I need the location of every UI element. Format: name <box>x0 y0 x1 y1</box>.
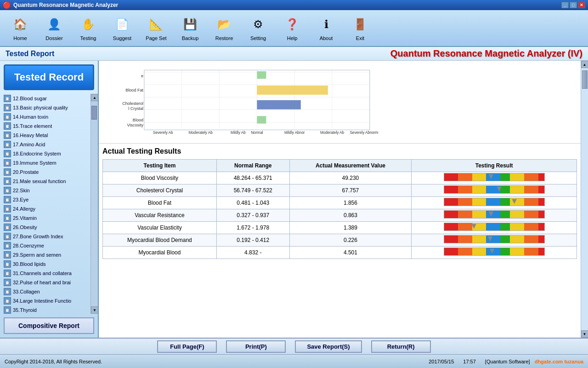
result-normal-range: 0.327 - 0.937 <box>216 209 289 222</box>
sidebar-item-icon: 📋 <box>4 159 11 167</box>
sidebar-item[interactable]: 📋31.Channels and collatera <box>2 269 89 278</box>
bar-segment <box>538 236 544 243</box>
sidebar-item[interactable]: 📋27.Bone Growth Index <box>2 232 89 241</box>
page-set-label: Page Set <box>146 35 166 41</box>
sidebar-item[interactable]: 📋22.Skin <box>2 186 89 195</box>
minimize-button[interactable]: _ <box>561 2 569 8</box>
sidebar-item[interactable]: 📋25.Vitamin <box>2 213 89 223</box>
sidebar-item[interactable]: 📋21.Male sexual function <box>2 177 89 186</box>
col-testing-item: Testing Item <box>103 160 217 172</box>
sidebar-item[interactable]: 📋13.Basic physical quality <box>2 103 89 112</box>
bar-segment <box>458 186 472 193</box>
sidebar-item-label: 15.Trace element <box>13 123 52 129</box>
bar-indicator: ▼ <box>486 234 494 242</box>
bar-segment <box>510 173 524 181</box>
bar-indicator: ▼ <box>495 184 503 193</box>
sidebar-item[interactable]: 📋32.Pulse of heart and brai <box>2 278 89 287</box>
full-page-button[interactable]: Full Page(F) <box>157 340 217 353</box>
sidebar-item-icon: 📋 <box>4 196 11 203</box>
save-report-button[interactable]: Save Report(S) <box>295 340 362 353</box>
svg-text:Cholesterol: Cholesterol <box>122 101 143 106</box>
sidebar-item[interactable]: 📋20.Prostate <box>2 167 89 177</box>
content-scroll-thumb[interactable] <box>582 70 588 89</box>
content-scroll-up-button[interactable]: ▲ <box>581 61 588 68</box>
results-table: Testing Item Normal Range Actual Measure… <box>102 159 577 259</box>
result-testing-item: Myocardial Blood <box>103 247 217 259</box>
bar-segment <box>500 248 510 255</box>
sidebar-item[interactable]: 📋35.Thyroid <box>2 305 89 314</box>
sidebar-item-label: 12.Blood sugar <box>13 96 47 101</box>
watermark: dhgate.com tuzanua <box>535 359 583 364</box>
result-testing-result: ▼ <box>412 172 577 184</box>
toolbar-backup-button[interactable]: 💾Backup <box>174 12 207 44</box>
return-button[interactable]: Return(R) <box>371 340 431 353</box>
sidebar-item[interactable]: 📋15.Trace element <box>2 121 89 131</box>
toolbar-testing-button[interactable]: ✋Testing <box>72 12 105 44</box>
svg-text:Moderately Ab: Moderately Ab <box>320 131 345 135</box>
toolbar-setting-button[interactable]: ⚙Setting <box>242 12 275 44</box>
bar-segment <box>458 236 472 243</box>
restore-label: Restore <box>215 35 233 41</box>
close-button[interactable]: ✕ <box>578 2 585 8</box>
sidebar-scrollbar[interactable]: ▲ ▼ <box>90 94 98 314</box>
bar-segment <box>444 186 458 193</box>
sidebar-item[interactable]: 📋28.Coenzyme <box>2 241 89 250</box>
content-scroll-down-button[interactable]: ▼ <box>581 330 588 338</box>
result-normal-range: 1.672 - 1.978 <box>216 222 289 234</box>
toolbar-about-button[interactable]: ℹAbout <box>310 12 343 44</box>
status-bar: CopyRight 2014-2018, All Rights Reserved… <box>0 354 588 368</box>
toolbar-page-set-button[interactable]: 📐Page Set <box>140 12 173 44</box>
sidebar-item-label: 34.Large Intestine Functio <box>13 298 71 304</box>
compositive-report-button[interactable]: Compositive Report <box>4 317 94 334</box>
page-header: Tested Report Quantum Resonance Magnetic… <box>0 47 588 61</box>
sidebar-item[interactable]: 📋24.Allergy <box>2 204 89 213</box>
print-button[interactable]: Print(P) <box>226 340 286 353</box>
result-normal-range: 0.192 - 0.412 <box>216 234 289 247</box>
sidebar-item[interactable]: 📋34.Large Intestine Functio <box>2 296 89 305</box>
toolbar-suggest-button[interactable]: 📄Suggest <box>106 12 139 44</box>
scroll-up-button[interactable]: ▲ <box>91 94 98 101</box>
sidebar-item[interactable]: 📋14.Human toxin <box>2 112 89 121</box>
sidebar-item[interactable]: 📋16.Heavy Metal <box>2 131 89 140</box>
toolbar-dossier-button[interactable]: 👤Dossier <box>38 12 71 44</box>
bar-segments <box>444 198 545 206</box>
results-tbody: Blood Viscosity48.264 - 65.37149.230▼Cho… <box>103 172 577 259</box>
results-title: Actual Testing Results <box>102 147 577 155</box>
maximize-button[interactable]: □ <box>570 2 577 8</box>
result-measurement-value: 0.863 <box>289 209 412 222</box>
svg-text:Moderately Ab: Moderately Ab <box>189 131 213 135</box>
toolbar-exit-button[interactable]: 🚪Exit <box>344 12 377 44</box>
setting-icon: ⚙ <box>249 15 267 34</box>
sidebar-item[interactable]: 📋18.Endocrine System <box>2 149 89 158</box>
sidebar-item[interactable]: 📋29.Sperm and semen <box>2 250 89 259</box>
sidebar-item[interactable]: 📋12.Blood sugar <box>2 94 89 103</box>
sidebar-item-icon: 📋 <box>4 104 11 111</box>
sidebar-item-icon: 📋 <box>4 132 11 139</box>
bar-indicator: ▼ <box>510 197 519 205</box>
sidebar-item-icon: 📋 <box>4 205 11 213</box>
toolbar-restore-button[interactable]: 📂Restore <box>208 12 241 44</box>
scroll-down-button[interactable]: ▼ <box>91 306 98 314</box>
content-scrollbar[interactable]: ▲ ▼ <box>581 61 588 338</box>
bar-segment <box>444 248 458 255</box>
sidebar-item[interactable]: 📋19.Immune System <box>2 158 89 167</box>
scroll-thumb[interactable] <box>91 106 97 120</box>
sidebar-item[interactable]: 📋30.Blood lipids <box>2 259 89 269</box>
result-measurement-value: 1.389 <box>289 222 412 234</box>
svg-text:l Crystal: l Crystal <box>128 106 143 111</box>
sidebar-item[interactable]: 📋23.Eye <box>2 195 89 204</box>
toolbar-help-button[interactable]: ❓Help <box>276 12 309 44</box>
result-testing-result: ▼ <box>412 247 577 259</box>
result-measurement-value: 0.226 <box>289 234 412 247</box>
content-scroll-track[interactable] <box>582 68 588 330</box>
svg-rect-20 <box>257 116 266 123</box>
result-testing-item: Cholesterol Crystal <box>103 184 217 197</box>
sidebar-item[interactable]: 📋33.Collagen <box>2 287 89 296</box>
content-area: e Blood Fat Cholesterol l Crystal Blood … <box>99 61 581 338</box>
sidebar-item[interactable]: 📋26.Obesity <box>2 223 89 232</box>
sidebar-item-label: 29.Sperm and semen <box>13 252 61 258</box>
sidebar-item[interactable]: 📋17.Amino Acid <box>2 140 89 149</box>
bar-segment <box>538 198 544 206</box>
toolbar-home-button[interactable]: 🏠Home <box>4 12 37 44</box>
exit-icon: 🚪 <box>351 15 369 34</box>
